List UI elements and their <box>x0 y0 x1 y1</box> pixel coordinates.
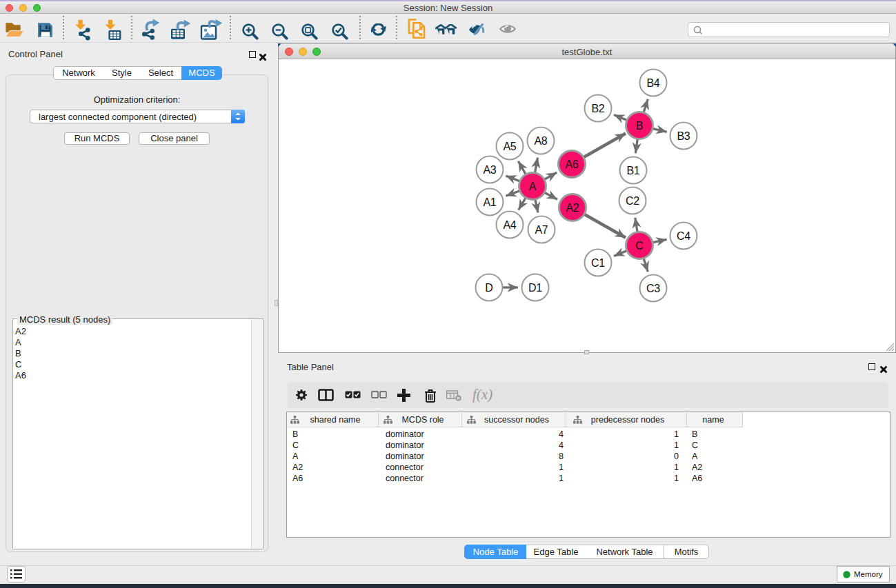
svg-text:B3: B3 <box>677 130 690 142</box>
svg-text:A6: A6 <box>566 159 579 170</box>
svg-text:B1: B1 <box>627 165 640 176</box>
svg-text:D: D <box>485 282 492 294</box>
svg-text:C1: C1 <box>591 257 605 269</box>
svg-text:A8: A8 <box>535 135 548 147</box>
svg-text:D1: D1 <box>528 282 542 294</box>
svg-text:B: B <box>636 120 643 132</box>
svg-text:A7: A7 <box>535 224 548 236</box>
svg-text:C4: C4 <box>677 230 690 242</box>
svg-text:B4: B4 <box>647 77 660 89</box>
svg-text:C3: C3 <box>646 283 660 294</box>
svg-text:C: C <box>635 240 643 252</box>
svg-text:B2: B2 <box>592 103 605 114</box>
svg-text:A5: A5 <box>504 141 517 152</box>
svg-text:A: A <box>529 181 537 192</box>
svg-text:C2: C2 <box>626 195 639 207</box>
svg-text:A4: A4 <box>504 219 517 231</box>
svg-text:A2: A2 <box>566 202 579 214</box>
svg-text:A1: A1 <box>484 196 497 208</box>
svg-text:A3: A3 <box>484 164 497 176</box>
